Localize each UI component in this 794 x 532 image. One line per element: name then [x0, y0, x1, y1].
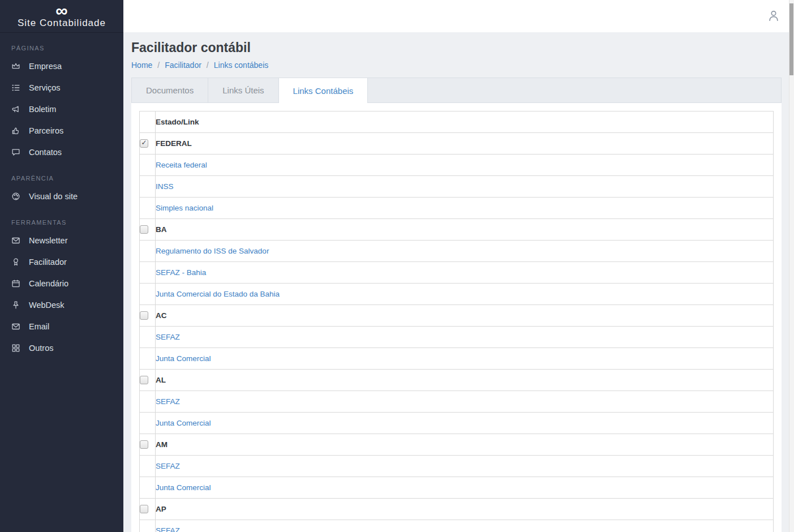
state-checkbox-al[interactable] [140, 376, 148, 384]
sidebar-item-label: Outros [29, 344, 54, 353]
checkbox-cell [140, 327, 156, 348]
label-cell: Junta Comercial [156, 413, 774, 434]
state-checkbox-federal[interactable] [140, 139, 148, 148]
table-row: Regulamento do ISS de Salvador [140, 241, 774, 262]
breadcrumb-link-links-contabeis[interactable]: Links contábeis [214, 61, 269, 70]
label-cell: Simples nacional [156, 198, 774, 219]
sidebar-item-servicos[interactable]: Serviços [0, 77, 123, 98]
table-link[interactable]: SEFAZ [156, 462, 180, 470]
table-row: INSS [140, 176, 774, 198]
sidebar-item-contatos[interactable]: Contatos [0, 141, 123, 163]
state-label: AL [156, 376, 166, 384]
table-link[interactable]: SEFAZ [156, 397, 180, 406]
state-label: AM [156, 440, 168, 449]
sidebar-item-parceiros[interactable]: Parceiros [0, 120, 123, 141]
sidebar-item-label: Contatos [29, 148, 62, 157]
checkbox-cell [140, 262, 156, 284]
checkbox-cell [140, 499, 156, 520]
breadcrumb-link-facilitador[interactable]: Facilitador [165, 61, 201, 70]
label-cell: SEFAZ - Bahia [156, 262, 774, 284]
label-cell: SEFAZ [156, 391, 774, 413]
state-checkbox-am[interactable] [140, 440, 148, 449]
checkbox-cell [140, 391, 156, 413]
table-row: AM [140, 434, 774, 456]
label-cell: Junta Comercial [156, 348, 774, 370]
table-link[interactable]: SEFAZ [156, 333, 180, 341]
table-row: Junta Comercial [140, 413, 774, 434]
sidebar-item-label: Email [29, 322, 49, 331]
table-link[interactable]: Receita federal [156, 161, 207, 169]
checkbox-cell [140, 241, 156, 262]
chat-bubble-icon [11, 147, 21, 157]
tab-documentos[interactable]: Documentos [132, 78, 208, 102]
tab-links-uteis[interactable]: Links Úteis [208, 78, 278, 102]
sidebar-item-calendario[interactable]: Calendário [0, 273, 123, 294]
scrollbar-thumb[interactable] [789, 3, 793, 75]
checkbox-cell [140, 219, 156, 241]
table-link[interactable]: INSS [156, 182, 174, 191]
app-logo[interactable]: ∞ Site Contabilidade [0, 0, 123, 33]
table-link[interactable]: Regulamento do ISS de Salvador [156, 247, 269, 255]
user-icon[interactable] [767, 9, 780, 23]
table-header-row: Estado/Link [140, 111, 774, 133]
sidebar-item-label: Boletim [29, 105, 56, 114]
table-link[interactable]: SEFAZ - Bahia [156, 268, 206, 277]
sidebar-item-label: Parceiros [29, 126, 63, 135]
table-row: SEFAZ - Bahia [140, 262, 774, 284]
label-cell: Receita federal [156, 155, 774, 176]
infinity-logo-icon: ∞ [55, 4, 67, 18]
table-link[interactable]: Simples nacional [156, 204, 213, 212]
state-label: AC [156, 311, 167, 320]
thumbs-up-icon [11, 126, 21, 136]
state-label: FEDERAL [156, 139, 192, 148]
state-checkbox-ap[interactable] [140, 505, 148, 513]
table-link[interactable]: Junta Comercial do Estado da Bahia [156, 290, 280, 298]
table-link[interactable]: Junta Comercial [156, 483, 211, 492]
sidebar-item-outros[interactable]: Outros [0, 337, 123, 359]
state-checkbox-ba[interactable] [140, 225, 148, 234]
table-row: AL [140, 370, 774, 391]
palette-icon [11, 191, 21, 201]
label-cell: Regulamento do ISS de Salvador [156, 241, 774, 262]
medal-icon [11, 257, 21, 267]
breadcrumb: Home/Facilitador/Links contábeis [131, 61, 794, 70]
table-row: SEFAZ [140, 327, 774, 348]
label-cell: AM [156, 434, 774, 456]
sidebar-section-title: FERRAMENTAS [0, 207, 123, 230]
state-checkbox-ac[interactable] [140, 311, 148, 320]
sidebar-item-empresa[interactable]: Empresa [0, 55, 123, 77]
checkbox-cell [140, 520, 156, 532]
label-cell: SEFAZ [156, 327, 774, 348]
breadcrumb-link-home[interactable]: Home [131, 61, 152, 70]
label-cell: AP [156, 499, 774, 520]
sidebar-item-email[interactable]: Email [0, 316, 123, 337]
list-icon [11, 83, 21, 93]
breadcrumb-separator: / [207, 61, 209, 70]
tab-bar: DocumentosLinks ÚteisLinks Contábeis [131, 78, 782, 103]
sidebar-item-webdesk[interactable]: WebDesk [0, 294, 123, 316]
sidebar-item-boletim[interactable]: Boletim [0, 98, 123, 120]
label-cell: BA [156, 219, 774, 241]
sidebar-item-facilitador[interactable]: Facilitador [0, 251, 123, 273]
page-scrollbar[interactable] [789, 0, 794, 532]
envelope-icon [11, 235, 21, 246]
checkbox-cell [140, 176, 156, 198]
table-link[interactable]: SEFAZ [156, 526, 180, 532]
table-link[interactable]: Junta Comercial [156, 419, 211, 427]
topbar [123, 0, 794, 32]
table-link[interactable]: Junta Comercial [156, 354, 211, 363]
tab-panel-body: Estado/Link FEDERALReceita federalINSSSi… [131, 103, 782, 532]
table-row: Simples nacional [140, 198, 774, 219]
label-cell: Junta Comercial do Estado da Bahia [156, 284, 774, 305]
state-label: AP [156, 505, 166, 513]
sidebar-item-newsletter[interactable]: Newsletter [0, 230, 123, 251]
megaphone-icon [11, 104, 21, 114]
grid-icon [11, 343, 21, 353]
sidebar-item-visual-do-site[interactable]: Visual do site [0, 186, 123, 207]
table-row: Junta Comercial [140, 477, 774, 499]
table-row: AC [140, 305, 774, 327]
app-logo-text: Site Contabilidade [18, 18, 106, 29]
label-cell: Junta Comercial [156, 477, 774, 499]
sidebar-item-label: WebDesk [29, 301, 65, 310]
tab-links-contabeis[interactable]: Links Contábeis [279, 78, 368, 103]
